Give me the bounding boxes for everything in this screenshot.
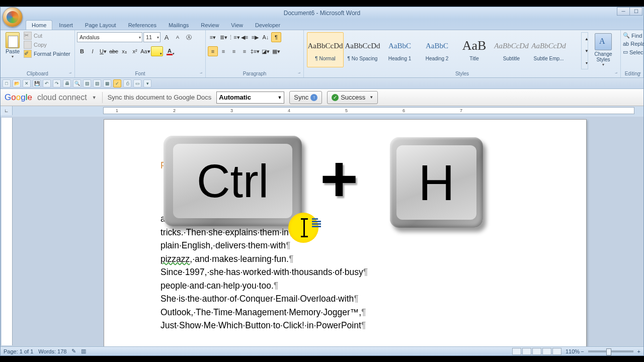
word-count[interactable]: Words: 178 [38,348,66,354]
view-web[interactable] [532,348,541,355]
gcc-mode-select[interactable]: Automatic [216,92,284,104]
qat-print[interactable]: 🖶 [63,79,71,87]
qat-preview[interactable]: 🔍 [73,79,81,87]
qat-new[interactable]: □ [3,79,11,87]
tab-insert[interactable]: Insert [53,21,78,30]
qat-btn3[interactable]: ▩ [103,79,111,87]
sort-button[interactable]: A↓ [261,32,271,42]
gcc-sync-text: Sync this document to Google Docs [108,94,212,101]
numbering-button[interactable]: ≣▾ [218,32,228,42]
format-painter-button[interactable]: ✐Format Painter [24,49,72,58]
change-case-button[interactable]: Aa▾ [140,46,150,56]
ribbon-tabs: HomeInsertPage LayoutReferencesMailingsR… [1,19,643,30]
paste-button[interactable]: Paste ▾ [3,31,23,68]
qat-open[interactable]: 📂 [13,79,21,87]
style-heading-2[interactable]: AaBbCHeading 2 [419,32,455,67]
layout-icon[interactable]: ▥ [81,348,86,354]
qat-btn1[interactable]: ▧ [83,79,91,87]
qat-more[interactable]: ▾ [143,79,151,87]
cloud-connect-label: cloud connect [37,93,87,102]
align-right-button[interactable]: ≡ [229,46,239,56]
superscript-button[interactable]: x² [130,46,140,56]
gcc-status-button[interactable]: ✓Success▼ [327,91,378,104]
indent-inc-button[interactable]: ≡▶ [250,32,260,42]
vertical-ruler[interactable] [2,118,13,345]
gcc-sync-button[interactable]: Sync↑ [289,91,322,104]
select-button[interactable]: ▭Selec [623,48,642,56]
find-icon: 🔍 [623,32,630,39]
shading-button[interactable]: ◪▾ [261,46,271,56]
qat-btn4[interactable]: ✓ [113,79,121,87]
view-full[interactable] [522,348,531,355]
bullets-button[interactable]: ≡▾ [208,32,218,42]
group-editing: 🔍Find abRepla ▭Selec Editing [621,30,643,77]
copy-icon [24,41,32,49]
find-button[interactable]: 🔍Find [623,31,642,40]
qat-redo[interactable]: ↷ [53,79,61,87]
line-spacing-button[interactable]: ‡≡▾ [250,46,260,56]
tab-page-layout[interactable]: Page Layout [79,21,122,30]
style-subtitle[interactable]: AaBbCcDdSubtitle [493,32,530,67]
gcc-menu-button[interactable]: ▼ [92,95,97,100]
tab-mailings[interactable]: Mailings [163,21,194,30]
quick-access-toolbar: □ 📂 ✕ 💾 ↶ ↷ 🖶 🔍 ▧ ▨ ▩ ✓ ⎙ ▭ ▾ [1,78,643,89]
zoom-in[interactable]: + [637,348,640,354]
office-button[interactable] [3,7,23,27]
highlight-button[interactable] [151,46,163,56]
qat-undo[interactable]: ↶ [43,79,51,87]
tab-references[interactable]: References [123,21,162,30]
window-title: Document6 - Microsoft Word [284,10,361,17]
bold-button[interactable]: B [77,46,87,56]
grow-font-button[interactable]: A [162,32,172,42]
group-paragraph: ≡▾ ≣▾ ⋮≡▾ ◀≡ ≡▶ A↓ ¶ ≡ ≡ ≡ ≡ ‡≡▾ ◪▾ ▦▾ P… [206,30,304,77]
qat-btn2[interactable]: ▨ [93,79,101,87]
font-color-button[interactable]: A [164,46,176,56]
style--normal[interactable]: AaBbCcDd¶ Normal [307,32,344,67]
tab-review[interactable]: Review [195,21,224,30]
proof-icon[interactable]: ✎ [71,348,76,354]
italic-button[interactable]: I [88,46,98,56]
font-name-combo[interactable]: Andalus [77,32,142,42]
multilevel-button[interactable]: ⋮≡▾ [229,32,239,42]
style--no-spacing[interactable]: AaBbCcDd¶ No Spacing [344,32,381,67]
style-gallery[interactable]: AaBbCcDd¶ NormalAaBbCcDd¶ No SpacingAaBb… [306,31,581,70]
zoom-level[interactable]: 110% [566,348,580,354]
zoom-out[interactable]: − [581,348,584,354]
strike-button[interactable]: abc [109,46,119,56]
style-heading-1[interactable]: AaBbCHeading 1 [381,32,418,67]
qat-save[interactable]: 💾 [33,79,41,87]
indent-dec-button[interactable]: ◀≡ [239,32,250,42]
tab-view[interactable]: View [225,21,249,30]
qat-btn6[interactable]: ▭ [133,79,141,87]
font-size-combo[interactable]: 11 [143,32,160,42]
subscript-button[interactable]: x₂ [119,46,129,56]
change-styles-icon [595,33,612,50]
align-center-button[interactable]: ≡ [218,46,228,56]
document-body[interactable]: P m C t and·pulls·out·the·best·tips·and¶… [160,159,531,332]
justify-button[interactable]: ≡ [239,46,250,56]
qat-close[interactable]: ✕ [23,79,31,87]
view-print[interactable] [512,348,521,355]
qat-btn5[interactable]: ⎙ [123,79,131,87]
clear-format-button[interactable]: Ⓐ [184,32,194,42]
minimize-button[interactable]: ─ [617,7,630,16]
view-outline[interactable] [542,348,551,355]
maximize-button[interactable]: ☐ [629,7,642,16]
style-subtle-emp-[interactable]: AaBbCcDdSubtle Emp... [530,32,567,67]
shrink-font-button[interactable]: A [173,32,183,42]
change-styles-button[interactable]: Change Styles ▾ [588,31,618,70]
underline-button[interactable]: U▾ [98,46,108,56]
replace-button[interactable]: abRepla [623,40,642,48]
tab-developer[interactable]: Developer [250,21,286,30]
page-status[interactable]: Page: 1 of 1 [4,348,33,354]
page[interactable]: P m C t and·pulls·out·the·best·tips·and¶… [104,119,587,346]
zoom-slider[interactable] [588,350,633,352]
horizontal-ruler[interactable]: 1234567 [103,107,634,114]
tab-home[interactable]: Home [26,20,52,30]
borders-button[interactable]: ▦▾ [271,46,281,56]
align-left-button[interactable]: ≡ [208,46,218,56]
style-title[interactable]: AaBTitle [456,32,493,67]
view-draft[interactable] [552,348,561,355]
show-marks-button[interactable]: ¶ [271,32,281,42]
tab-selector[interactable]: ∟ [1,106,13,115]
